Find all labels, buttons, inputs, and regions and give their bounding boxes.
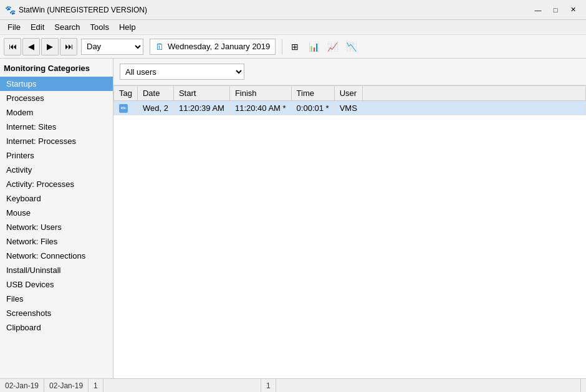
- toolbar: ⏮ ◀ ▶ ⏭ Day Week Month Year 🗓 Wednesday,…: [0, 35, 586, 59]
- user-filter-select[interactable]: All users: [120, 64, 244, 80]
- nav-last-button[interactable]: ⏭: [60, 38, 77, 55]
- date-label: Wednesday, 2 January 2019: [168, 42, 270, 51]
- col-date: Date: [137, 86, 173, 101]
- col-time: Time: [291, 86, 334, 101]
- cell-date: Wed, 2: [137, 101, 173, 115]
- view-bar2-button[interactable]: 📈: [324, 38, 341, 55]
- nav-first-button[interactable]: ⏮: [4, 38, 21, 55]
- sidebar-item-startups[interactable]: Startups: [0, 77, 113, 91]
- sidebar-item-network-connections[interactable]: Network: Connections: [0, 249, 113, 263]
- status-cell-count2: 1: [261, 379, 276, 392]
- sidebar-item-install-uninstall[interactable]: Install/Uninstall: [0, 263, 113, 277]
- menu-search[interactable]: Search: [49, 21, 85, 33]
- sidebar-item-files[interactable]: Files: [0, 292, 113, 306]
- close-button[interactable]: ✕: [565, 3, 581, 17]
- table-header-row: Tag Date Start Finish Time User: [114, 86, 586, 101]
- col-user: User: [334, 86, 362, 101]
- status-cell-empty1: [103, 379, 261, 392]
- cell-tag: ✏: [114, 101, 138, 115]
- sidebar-item-mouse[interactable]: Mouse: [0, 206, 113, 220]
- status-cell-date1: 02-Jan-19: [5, 379, 44, 392]
- minimize-button[interactable]: —: [530, 3, 546, 17]
- col-start: Start: [173, 86, 229, 101]
- cell-start: 11:20:39 AM: [173, 101, 229, 115]
- menu-bar: File Edit Search Tools Help: [0, 20, 586, 35]
- sidebar-item-processes[interactable]: Processes: [0, 91, 113, 105]
- title-text: StatWin (UNREGISTERED VERSION): [19, 6, 530, 14]
- content: All users Tag Date Start Finish Time Use…: [113, 59, 586, 378]
- view-table-button[interactable]: ⊞: [286, 38, 304, 55]
- period-select[interactable]: Day Week Month Year: [81, 39, 143, 55]
- status-cell-date2: 02-Jan-19: [44, 379, 89, 392]
- cell-finish: 11:20:40 AM *: [229, 101, 291, 115]
- data-table: Tag Date Start Finish Time User ✏Wed, 21…: [113, 85, 586, 115]
- menu-help[interactable]: Help: [114, 21, 141, 33]
- sidebar-item-usb-devices[interactable]: USB Devices: [0, 277, 113, 292]
- cell-user: VMS: [334, 101, 362, 115]
- main: Monitoring Categories Startups Processes…: [0, 59, 586, 378]
- sidebar: Monitoring Categories Startups Processes…: [0, 59, 113, 378]
- nav-next-button[interactable]: ▶: [41, 38, 59, 55]
- status-cell-count1: 1: [89, 379, 103, 392]
- title-bar: 🐾 StatWin (UNREGISTERED VERSION) — □ ✕: [0, 0, 586, 20]
- menu-edit[interactable]: Edit: [26, 21, 49, 33]
- table-row[interactable]: ✏Wed, 211:20:39 AM11:20:40 AM *0:00:01 *…: [114, 101, 586, 115]
- date-display: 🗓 Wednesday, 2 January 2019: [150, 39, 276, 55]
- sidebar-item-printers[interactable]: Printers: [0, 148, 113, 163]
- sidebar-item-activity-processes[interactable]: Activity: Processes: [0, 177, 113, 191]
- tag-icon: ✏: [119, 104, 128, 113]
- menu-tools[interactable]: Tools: [85, 21, 114, 33]
- sidebar-item-screenshots[interactable]: Screenshots: [0, 306, 113, 320]
- app-icon: 🐾: [5, 5, 15, 15]
- view-bar-button[interactable]: 📊: [305, 38, 322, 55]
- nav-prev-button[interactable]: ◀: [22, 38, 40, 55]
- sidebar-heading: Monitoring Categories: [0, 59, 113, 77]
- sidebar-item-network-users[interactable]: Network: Users: [0, 220, 113, 234]
- status-bar: 02-Jan-19 02-Jan-19 1 1: [0, 378, 586, 392]
- cell-time: 0:00:01 *: [291, 101, 334, 115]
- sidebar-item-activity[interactable]: Activity: [0, 163, 113, 177]
- sidebar-item-internet-sites[interactable]: Internet: Sites: [0, 120, 113, 134]
- table-container: Tag Date Start Finish Time User ✏Wed, 21…: [113, 85, 586, 378]
- calendar-icon: 🗓: [155, 42, 164, 52]
- col-tag: Tag: [114, 86, 138, 101]
- menu-file[interactable]: File: [2, 21, 26, 33]
- sidebar-item-keyboard[interactable]: Keyboard: [0, 191, 113, 206]
- table-body: ✏Wed, 211:20:39 AM11:20:40 AM *0:00:01 *…: [114, 101, 586, 115]
- sidebar-item-network-files[interactable]: Network: Files: [0, 234, 113, 249]
- window-controls: — □ ✕: [530, 3, 581, 17]
- col-finish: Finish: [229, 86, 291, 101]
- cell-extra: [362, 101, 585, 115]
- toolbar-separator: [282, 39, 282, 54]
- sidebar-item-modem[interactable]: Modem: [0, 105, 113, 120]
- col-extra: [362, 86, 585, 101]
- view-bar3-button[interactable]: 📉: [342, 38, 360, 55]
- sidebar-item-clipboard[interactable]: Clipboard: [0, 320, 113, 335]
- sidebar-item-internet-processes[interactable]: Internet: Processes: [0, 134, 113, 148]
- filter-bar: All users: [113, 59, 586, 85]
- status-cell-empty2: [276, 379, 581, 392]
- maximize-button[interactable]: □: [547, 3, 564, 17]
